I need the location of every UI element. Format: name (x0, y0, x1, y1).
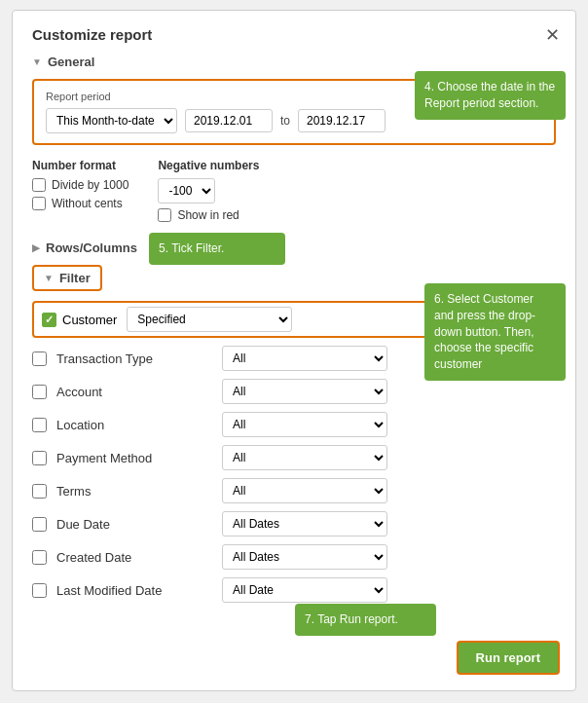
terms-checkbox[interactable] (32, 484, 47, 499)
last-modified-date-select[interactable]: All Date (222, 577, 387, 603)
transaction-type-select[interactable]: All (222, 346, 387, 371)
customer-filter-label: Customer (62, 313, 117, 327)
filter-header-box: ▼ Filter (32, 265, 102, 291)
customer-checkbox-checked[interactable]: ✓ (42, 313, 56, 327)
filter-collapse-icon: ▼ (44, 273, 54, 283)
due-date-label: Due Date (56, 517, 212, 532)
customer-check-wrapper: ✓ Customer (42, 313, 117, 327)
tooltip-5: 5. Tick Filter. (149, 233, 285, 265)
rows-cols-label: Rows/Columns (46, 240, 137, 255)
to-label: to (280, 114, 290, 128)
payment-method-filter-row: Payment Method All (32, 441, 556, 474)
general-section-header: ▼ General (32, 55, 556, 69)
divide-by-1000-label: Divide by 1000 (52, 178, 129, 192)
general-label: General (48, 55, 94, 69)
date-to-input[interactable] (298, 109, 386, 132)
dialog-title: Customize report (32, 26, 556, 43)
last-modified-date-filter-row: Last Modified Date All Date (32, 574, 556, 607)
format-row: Number format Divide by 1000 Without cen… (32, 159, 556, 227)
due-date-filter-row: Due Date All Dates (32, 507, 556, 540)
checkmark-icon: ✓ (45, 314, 54, 326)
payment-method-label: Payment Method (56, 451, 212, 465)
payment-method-checkbox[interactable] (32, 451, 47, 465)
location-checkbox[interactable] (32, 418, 47, 432)
without-cents-row: Without cents (32, 197, 129, 210)
payment-method-select[interactable]: All (222, 445, 387, 470)
rows-cols-collapse-icon: ▶ (32, 242, 40, 253)
period-select[interactable]: This Month-to-date (46, 108, 177, 133)
number-format-col: Number format Divide by 1000 Without cen… (32, 159, 129, 227)
last-modified-date-checkbox[interactable] (32, 583, 47, 598)
terms-label: Terms (56, 484, 212, 499)
tooltip-4: 4. Choose the date in the Report period … (415, 71, 566, 120)
neg-select-row: -100 (158, 178, 259, 204)
account-select[interactable]: All (222, 379, 387, 404)
negative-numbers-col: Negative numbers -100 Show in red (158, 159, 259, 227)
terms-filter-row: Terms All (32, 474, 556, 507)
filter-section: ▼ Filter ✓ Customer Specified All 6. Sel… (32, 265, 556, 607)
divide-by-1000-row: Divide by 1000 (32, 178, 129, 192)
divide-by-1000-checkbox[interactable] (32, 178, 46, 192)
location-label: Location (56, 418, 212, 432)
tooltip-6: 6. Select Customer and press the drop-do… (424, 283, 566, 381)
location-select[interactable]: All (222, 412, 387, 437)
created-date-checkbox[interactable] (32, 550, 47, 565)
show-in-red-checkbox[interactable] (158, 208, 171, 222)
show-in-red-label: Show in red (177, 208, 239, 222)
negative-numbers-label: Negative numbers (158, 159, 259, 172)
terms-select[interactable]: All (222, 478, 387, 503)
due-date-select[interactable]: All Dates (222, 511, 387, 536)
created-date-filter-row: Created Date All Dates (32, 540, 556, 574)
created-date-select[interactable]: All Dates (222, 544, 387, 570)
rows-cols-header[interactable]: ▶ Rows/Columns (32, 240, 556, 255)
last-modified-date-label: Last Modified Date (56, 583, 212, 598)
date-from-input[interactable] (185, 109, 273, 132)
without-cents-checkbox[interactable] (32, 197, 46, 210)
filter-label: Filter (59, 271, 91, 285)
close-button[interactable]: ✕ (545, 24, 560, 46)
due-date-checkbox[interactable] (32, 517, 47, 532)
customer-filter-select[interactable]: Specified All (127, 307, 292, 332)
run-report-button[interactable]: Run report (457, 641, 560, 675)
transaction-type-label: Transaction Type (56, 352, 212, 366)
customize-report-dialog: Customize report ✕ ▼ General Report peri… (12, 10, 576, 691)
created-date-label: Created Date (56, 550, 212, 565)
rows-cols-section: ▶ Rows/Columns (32, 240, 556, 255)
show-in-red-row: Show in red (158, 208, 259, 222)
account-checkbox[interactable] (32, 385, 47, 399)
negative-value-select[interactable]: -100 (158, 178, 215, 204)
location-filter-row: Location All (32, 408, 556, 441)
account-label: Account (56, 385, 212, 399)
number-format-label: Number format (32, 159, 129, 172)
tooltip-7: 7. Tap Run report. (295, 604, 436, 636)
general-collapse-icon: ▼ (32, 56, 42, 67)
without-cents-label: Without cents (52, 197, 123, 210)
transaction-type-checkbox[interactable] (32, 352, 47, 366)
